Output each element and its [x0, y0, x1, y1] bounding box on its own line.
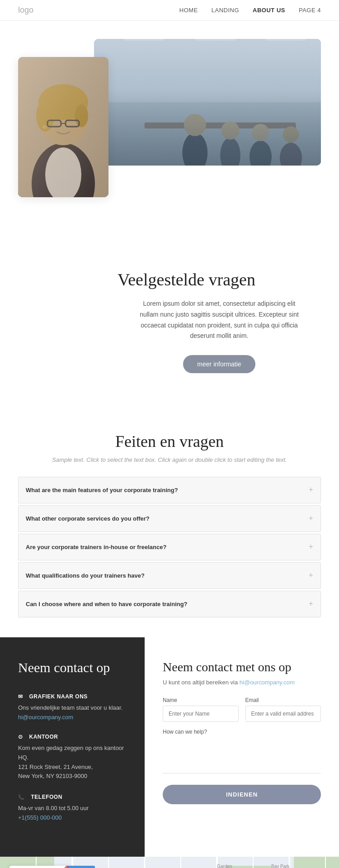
- contact-office-label: KANTOOR: [18, 734, 127, 740]
- svg-rect-14: [94, 39, 321, 166]
- form-name-email-row: Name Email: [163, 697, 321, 722]
- email-input[interactable]: [245, 706, 321, 722]
- nav-page4[interactable]: PAGE 4: [299, 7, 321, 14]
- contact-right-panel: Neem contact met ons op U kunt ons altij…: [145, 637, 339, 857]
- svg-rect-30: [294, 857, 339, 868]
- svg-rect-15: [18, 57, 108, 197]
- hero-title: Veelgestelde vragen: [118, 270, 321, 289]
- faq-expand-icon-4: +: [309, 571, 313, 580]
- faq-question-3: Are your corporate trainers in-house or …: [26, 544, 166, 550]
- faq-item[interactable]: Can I choose where and when to have corp…: [18, 591, 321, 617]
- nav-links: HOME LANDING ABOUT US PAGE 4: [179, 7, 321, 14]
- contact-phone-item: TELEFOON Ma-vr van 8.00 tot 5.00 uur +1(…: [18, 794, 127, 821]
- svg-point-19: [38, 84, 88, 120]
- faq-question-4: What qualifications do your trainers hav…: [26, 572, 145, 579]
- svg-point-13: [282, 127, 299, 143]
- contact-email-link[interactable]: hi@ourcompany.com: [18, 714, 73, 721]
- svg-point-9: [221, 121, 239, 139]
- contact-phone-link[interactable]: +1(555) 000-000: [18, 814, 62, 821]
- faq-section: Feiten en vragen Sample text. Click to s…: [0, 400, 339, 637]
- contact-email-anchor[interactable]: hi@ourcompany.com: [240, 679, 295, 686]
- svg-point-18: [38, 95, 88, 145]
- hero-background-image: [94, 39, 321, 166]
- svg-point-6: [182, 133, 207, 166]
- contact-email-text: Ons vriendelijke team staat voor u klaar…: [18, 703, 127, 713]
- svg-rect-2: [124, 39, 165, 41]
- contact-phone-text: Ma-vr van 8.00 tot 5.00 uur: [18, 804, 127, 813]
- contact-office-item: KANTOOR Kom even gedag zeggen op ons kan…: [18, 734, 127, 781]
- svg-rect-26: [18, 57, 108, 197]
- name-label: Name: [163, 697, 239, 703]
- map-section: New York Newark BROOKLYN QUEENS Garfield…: [0, 857, 339, 868]
- nav-about[interactable]: ABOUT US: [253, 7, 285, 14]
- nav-home[interactable]: HOME: [179, 7, 198, 14]
- svg-rect-3: [195, 39, 235, 41]
- svg-rect-4: [265, 39, 306, 41]
- map-background: New York Newark BROOKLYN QUEENS Garfield…: [0, 857, 339, 868]
- form-email-group: Email: [245, 697, 321, 722]
- form-name-group: Name: [163, 697, 239, 722]
- svg-rect-29: [226, 866, 271, 868]
- faq-expand-icon-3: +: [309, 542, 313, 552]
- faq-item[interactable]: What are the main features of your corpo…: [18, 477, 321, 503]
- faq-question-2: What other corporate services do you off…: [26, 515, 150, 522]
- hero-image-wrapper: [18, 39, 321, 193]
- submit-button[interactable]: INDIENEN: [163, 785, 321, 804]
- svg-point-11: [252, 124, 269, 141]
- svg-rect-22: [47, 120, 61, 127]
- faq-question-5: Can I choose where and when to have corp…: [26, 601, 188, 607]
- message-label: How can we help?: [163, 729, 321, 735]
- contact-email-label: GRAFIEK NAAR ONS: [18, 693, 127, 700]
- svg-point-25: [42, 125, 46, 129]
- svg-rect-5: [144, 123, 296, 128]
- logo: logo: [18, 5, 33, 15]
- svg-point-17: [45, 147, 81, 197]
- svg-rect-23: [66, 120, 79, 127]
- email-label: Email: [245, 697, 321, 703]
- contact-phone-label: TELEFOON: [18, 794, 127, 800]
- hero-person-card: [18, 57, 108, 197]
- faq-subtitle: Sample text. Click to select the text bo…: [18, 456, 321, 463]
- faq-item[interactable]: Are your corporate trainers in-house or …: [18, 534, 321, 560]
- svg-point-8: [220, 138, 240, 166]
- svg-rect-0: [94, 39, 321, 166]
- svg-text:Garden: Garden: [217, 864, 232, 868]
- contact-section: Neem contact op GRAFIEK NAAR ONS Ons vri…: [0, 637, 339, 857]
- faq-item[interactable]: What qualifications do your trainers hav…: [18, 562, 321, 589]
- faq-expand-icon-2: +: [309, 514, 313, 523]
- more-info-button[interactable]: meer informatie: [183, 355, 255, 373]
- contact-right-title: Neem contact met ons op: [163, 660, 321, 674]
- faq-item[interactable]: What other corporate services do you off…: [18, 505, 321, 532]
- svg-point-20: [36, 100, 54, 132]
- svg-rect-1: [94, 39, 321, 102]
- navbar: logo HOME LANDING ABOUT US PAGE 4: [0, 0, 339, 21]
- contact-left-title: Neem contact op: [18, 660, 127, 675]
- hero-text-block: Veelgestelde vragen Lorem ipsum dolor si…: [18, 256, 321, 373]
- nav-landing[interactable]: LANDING: [212, 7, 239, 14]
- svg-text:Bay Park: Bay Park: [271, 864, 290, 868]
- contact-email-item: GRAFIEK NAAR ONS Ons vriendelijke team s…: [18, 693, 127, 721]
- hero-section: Veelgestelde vragen Lorem ipsum dolor si…: [0, 21, 339, 400]
- name-input[interactable]: [163, 706, 239, 722]
- hero-description: Lorem ipsum dolor sit amet, consectetur …: [133, 299, 305, 342]
- map-pin-icon: 📍: [61, 866, 72, 868]
- faq-list: What are the main features of your corpo…: [18, 477, 321, 617]
- faq-title: Feiten en vragen: [18, 432, 321, 451]
- faq-expand-icon-1: +: [309, 485, 313, 495]
- contact-office-text: Kom even gedag zeggen op ons kantoor HQ.…: [18, 744, 127, 781]
- svg-point-12: [279, 142, 301, 166]
- svg-point-16: [32, 143, 95, 197]
- svg-point-7: [184, 114, 206, 136]
- contact-right-subtitle: U kunt ons altijd bereiken via hi@ourcom…: [163, 679, 321, 686]
- message-textarea[interactable]: [163, 737, 321, 773]
- faq-question-1: What are the main features of your corpo…: [26, 487, 178, 493]
- svg-point-10: [249, 141, 271, 166]
- svg-point-21: [75, 104, 88, 127]
- faq-expand-icon-5: +: [309, 599, 313, 609]
- contact-left-panel: Neem contact op GRAFIEK NAAR ONS Ons vri…: [0, 637, 145, 857]
